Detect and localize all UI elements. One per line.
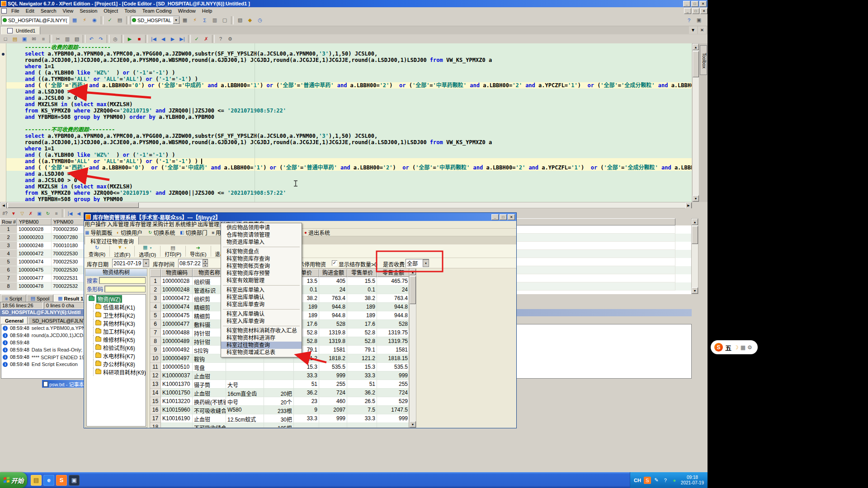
table-row[interactable]: 13K10001370镊子筒大号5125551255 xyxy=(150,380,409,389)
toolbutton[interactable]: ▦导航面板 xyxy=(85,229,112,236)
output-tab-general[interactable]: General xyxy=(1,317,28,324)
menu-file[interactable]: File xyxy=(8,8,23,14)
table-row[interactable]: 16K10015960不可吸收缝合线(丝线)W580233根920977.517… xyxy=(150,406,409,414)
rowcount-icon[interactable]: #? xyxy=(1,210,9,217)
toolbox-tab[interactable]: Toolbox xyxy=(700,45,707,75)
scroll-down-icon[interactable]: ▼ xyxy=(692,287,698,294)
scroll-up-icon[interactable]: ▲ xyxy=(410,269,416,275)
popup-menu-item[interactable]: 供应物品领用申请 xyxy=(221,224,302,231)
inventory-titlebar[interactable]: 库存物资管理系统【手术室-易联众ss】---【fjlnyy2】 _ □ ✕ xyxy=(84,213,516,221)
table-grid-icon[interactable]: ▦ xyxy=(180,16,189,24)
inv-menu-5[interactable]: 系统维护 xyxy=(175,221,197,228)
sogou-tray-icon[interactable]: S xyxy=(644,477,651,484)
clock-icon[interactable]: ◷ xyxy=(255,16,264,24)
notepad-titlebar[interactable]: psw.txt - 记事本 xyxy=(42,380,85,388)
tree-item[interactable]: 其他材料(K3) xyxy=(93,319,146,327)
mdi-restore-button[interactable]: □ xyxy=(692,8,699,14)
shield-tray-icon[interactable]: ● xyxy=(671,477,678,484)
scroll-thumb[interactable] xyxy=(410,276,416,304)
action-3[interactable]: ▦ ▼选项(O) xyxy=(136,245,159,258)
table-column-header[interactable] xyxy=(150,269,161,277)
table-column-header[interactable]: 购进金额 xyxy=(319,269,347,277)
bell-icon[interactable]: ◆ xyxy=(245,16,255,24)
copy-icon[interactable]: ▥ xyxy=(63,35,72,43)
sqlnav-titlebar[interactable]: SQL Navigator 6.7.0 - XPert Edition - [P… xyxy=(0,0,708,7)
new-file-icon[interactable]: □ xyxy=(1,35,10,43)
undo-icon[interactable]: ↶ xyxy=(87,35,96,43)
scroll-up-icon[interactable]: ▲ xyxy=(692,219,698,225)
scroll-up-icon[interactable]: ▲ xyxy=(693,44,699,50)
time-spinner[interactable]: ▲▼ xyxy=(203,259,208,267)
sogou-logo-icon[interactable]: S xyxy=(714,343,723,352)
folder-icon[interactable]: ▤ xyxy=(31,475,42,486)
options-icon[interactable]: ⚙ xyxy=(226,35,235,43)
code-area[interactable]: --------收费的跟踪----------select a.YPBM00,a… xyxy=(6,43,692,202)
menu-team-coding[interactable]: Team Coding xyxy=(139,8,175,14)
fee-combo[interactable]: 全部 ▼ xyxy=(406,259,429,267)
tree-item[interactable]: 维修材料(K5) xyxy=(93,335,146,343)
session-combo[interactable]: SD_HOSPITAL@FJLNYY( ▼ xyxy=(1,16,69,24)
table-column-header[interactable]: 零售金额 xyxy=(377,269,409,277)
search-input[interactable] xyxy=(99,277,146,284)
inv-menu-3[interactable]: 库存管理 xyxy=(129,221,152,228)
table-column-header[interactable]: 物资编码 xyxy=(161,269,193,277)
maximize-button[interactable]: □ xyxy=(500,214,507,220)
table-row[interactable]: 18不可吸收缝合线(丝线)105根 xyxy=(150,423,409,428)
moon-icon[interactable]: ☽ xyxy=(734,344,739,351)
popup-menu-item[interactable]: 科室物资帐页查询 xyxy=(221,263,302,270)
save-result-icon[interactable]: ▣ xyxy=(35,210,43,217)
action-5[interactable]: ➔导出(E) xyxy=(187,245,209,258)
tree-item[interactable]: 办公材料(K8) xyxy=(93,360,146,368)
popup-menu-item[interactable]: 仓库物资请领管理 xyxy=(221,231,302,239)
popup-menu-item[interactable]: 科室入库单查询 xyxy=(221,318,302,325)
refresh-icon[interactable]: ↻ xyxy=(44,210,52,217)
menu-edit[interactable]: Edit xyxy=(23,8,38,14)
chevron-down-icon[interactable]: ▼ xyxy=(423,259,429,267)
web-icon[interactable]: ◉ xyxy=(90,16,99,24)
maximize-button[interactable]: □ xyxy=(691,1,698,7)
chevron-down-icon[interactable]: ▼ xyxy=(69,16,69,24)
lightning-icon[interactable]: ⚡ xyxy=(190,16,199,24)
qty-positive-checkbox[interactable]: ✓ xyxy=(332,260,337,266)
mdi-minimize-button[interactable]: _ xyxy=(684,8,691,14)
table-row[interactable]: 14K10001750止血钳16cm直全齿20把36.272436.2724 xyxy=(150,389,409,397)
tab-spool[interactable]: ▤Spool xyxy=(27,295,54,302)
scroll-down-icon[interactable]: ▼ xyxy=(410,421,416,427)
first-row-icon[interactable]: |◀ xyxy=(66,210,74,217)
material-tree[interactable]: 物资(WZ)低值易耗(K1)卫生材料(K2)其他材料(K3)加工材料(K4)维修… xyxy=(86,294,146,427)
rollback-icon[interactable]: ✗ xyxy=(202,35,211,43)
grid2-icon[interactable]: ▥ xyxy=(210,16,219,24)
tab-past-materials-query[interactable]: 科室过往物资查询 xyxy=(85,237,139,244)
help-tray-icon[interactable]: ? xyxy=(662,477,669,484)
connect-icon[interactable]: ⚡ xyxy=(80,16,89,24)
first-record-icon[interactable]: |◀ xyxy=(149,35,158,43)
tree-item[interactable]: 低值易耗(K1) xyxy=(93,303,146,311)
tree-item[interactable]: 水电材料(K7) xyxy=(93,352,146,360)
table-row[interactable]: 17K10016190止血钳12.5cm蚊式30把33.399933.3999 xyxy=(150,414,409,423)
mail-icon[interactable]: ✉ xyxy=(29,35,38,43)
prior-row-icon[interactable]: ◀ xyxy=(75,210,83,217)
stop-icon[interactable]: ■ xyxy=(135,35,144,43)
sort-desc-icon[interactable]: ▼ xyxy=(9,210,18,217)
editor-hscrollbar[interactable]: ◀ ▶ xyxy=(0,202,692,208)
execute-icon[interactable]: ▶ xyxy=(125,35,134,43)
save-icon[interactable]: ▣ xyxy=(20,35,29,43)
menu-help[interactable]: Help xyxy=(199,8,216,14)
keyboard-icon[interactable]: ▦ xyxy=(741,344,745,351)
inv-menu-1[interactable]: 用户操作 xyxy=(84,221,107,228)
grid-column-header[interactable]: YPBM00 xyxy=(17,218,52,225)
chevron-down-icon[interactable]: ▼ xyxy=(124,247,127,249)
prior-record-icon[interactable]: ◀ xyxy=(159,35,168,43)
inv-menu-2[interactable]: 入库管理 xyxy=(107,221,129,228)
tree-item[interactable]: 加工材料(K4) xyxy=(93,327,146,335)
cut-icon[interactable]: ✂ xyxy=(53,35,62,43)
action-2[interactable]: ▼ ▼过滤(F) xyxy=(111,245,133,258)
menu-object[interactable]: Object xyxy=(100,8,121,14)
minimize-button[interactable]: _ xyxy=(683,1,690,7)
popup-menu-item[interactable]: 科室出库单查询 xyxy=(221,301,302,308)
next-record-icon[interactable]: ▶ xyxy=(168,35,177,43)
doc3-icon[interactable]: ▧ xyxy=(236,16,245,24)
toolbutton[interactable]: ◧切换部门 xyxy=(180,229,207,236)
language-indicator[interactable]: CH xyxy=(634,478,641,483)
scroll-thumb[interactable] xyxy=(693,51,699,77)
